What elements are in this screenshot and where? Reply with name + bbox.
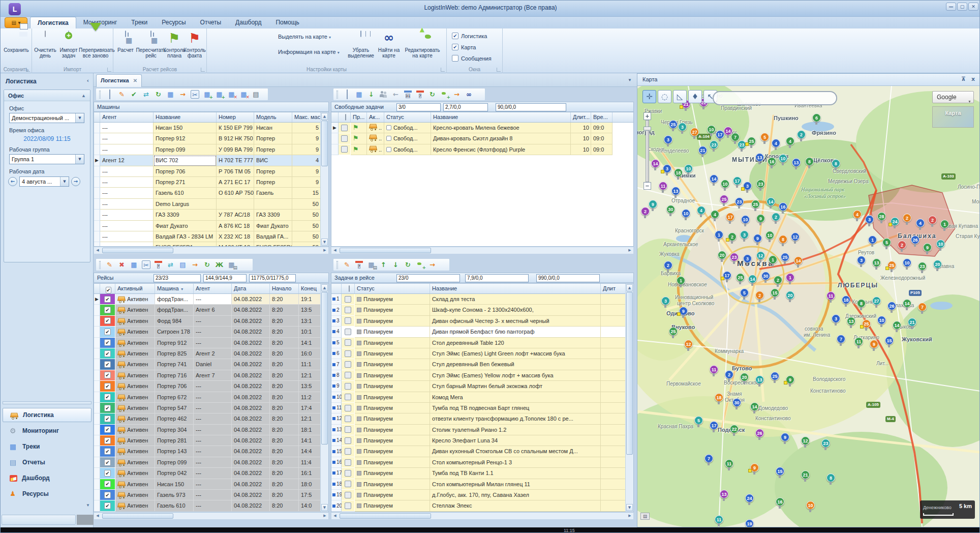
map-marker[interactable]: 18 [674,168,683,177]
sync-icon[interactable]: ⇄ [142,90,150,99]
map-marker[interactable]: 25 [781,253,789,261]
map-zoom-slider[interactable]: + − [644,112,651,194]
map-marker[interactable]: 11 [826,291,835,300]
table-clear-icon[interactable]: ▦✕ [239,90,248,99]
map-marker[interactable]: 13 [792,158,801,167]
map-marker[interactable]: 14 [651,159,660,168]
map-marker[interactable]: 10 [806,501,815,510]
edit-icon[interactable]: ✎ [117,90,126,99]
map-marker[interactable]: 4 [853,210,862,219]
grid-icon[interactable]: ▦ [130,260,138,269]
table-row[interactable]: 10ПланируемКомод Мега [331,392,633,403]
ribbon-tab-дашборд[interactable]: Дашборд [228,17,268,28]
map-marker[interactable]: 10 [721,180,729,188]
map-marker[interactable]: 27 [690,128,699,136]
arrow-left-icon[interactable]: ← [391,90,400,99]
map-marker[interactable]: 4 [786,137,794,145]
ribbon-tab-логистика[interactable]: Логистика [30,17,76,28]
map-marker[interactable]: 10 [877,316,886,324]
map-marker[interactable]: 23 [730,253,739,261]
trips-vscrollbar[interactable]: ▲▼ [320,284,328,512]
arrow-right-icon[interactable]: → [428,260,437,269]
map-marker[interactable]: 18 [715,393,723,402]
magnifier-icon[interactable]: ◌ [658,90,671,103]
close-tab-icon[interactable]: ✕ [133,78,137,83]
table-row[interactable]: ▶⚑ ..Свобод...Кресло-кровать Милена беже… [331,123,633,133]
map-marker[interactable]: 5 [882,238,891,247]
table-row[interactable]: 9ПланируемСтул барный Мартин белый экоко… [331,381,633,392]
trip-tasks-hscrollbar[interactable]: ◀▶ [331,512,634,520]
map-marker[interactable]: 8 [826,473,835,482]
map-marker[interactable]: 14 [710,174,718,183]
map-marker[interactable]: 9 [756,214,765,223]
route-icon[interactable]: ✂ [191,90,199,99]
map-marker[interactable]: 2 [898,241,906,249]
sort-icon[interactable]: ▼ [180,287,184,291]
map-marker[interactable]: 26 [911,235,920,244]
map-marker[interactable]: 30 [761,272,770,280]
map-marker[interactable]: 17 [710,421,718,430]
nav-splitter[interactable] [3,401,91,404]
map-marker[interactable]: 27 [872,297,881,305]
map-marker[interactable]: 25 [720,195,728,203]
map-marker[interactable]: 16 [779,202,787,211]
check-icon[interactable]: ✔ [130,90,138,99]
table-add-icon[interactable]: ▦+ [203,90,211,99]
document-icon[interactable]: ▤ [178,260,187,269]
map-marker[interactable]: 16 [776,497,784,506]
nav-overflow-icon[interactable]: ▼ [86,503,90,508]
place-pin-icon[interactable]: ♦ [688,90,702,103]
table-row[interactable]: ---Портер 706Р 706 ТМ 05Портер9 [94,166,328,177]
map-marker[interactable]: 14 [767,197,775,206]
map-marker[interactable]: 2 [903,214,911,222]
map-marker[interactable]: 3 [740,230,749,239]
table-row[interactable]: 1ПланируемСклад для теста [331,294,633,305]
table-row[interactable]: 18ПланируемСтол компьютерный Милан гляне… [331,479,633,490]
map-marker[interactable]: 21 [908,318,916,327]
map-marker[interactable]: 9 [679,307,688,315]
find-on-map-button[interactable]: ∞ Найти на карте [375,30,403,58]
table-row[interactable]: ✔ АктивенСитроен 178---04.08.20228:2010:… [94,327,328,337]
blank-icon[interactable] [343,90,351,99]
map-marker[interactable]: 14 [724,127,732,135]
table-row[interactable]: ✔ АктивенПортер 462---04.08.20228:2012:1 [94,413,328,424]
map-marker[interactable]: 23 [918,262,927,271]
table-row[interactable]: 3ПланируемДиван офисный Честер 3- х мест… [331,316,633,327]
map-marker[interactable]: 20 [933,260,942,269]
map-marker[interactable]: 25 [751,200,760,209]
map-marker[interactable]: 13 [847,317,855,325]
table-row[interactable]: ---Валдай ГАЗ - 2834 LMХ 232 ХС 18Валдай… [94,231,328,242]
map-marker[interactable]: 9 [923,243,932,252]
map-marker[interactable]: 8 [832,159,840,168]
map-marker[interactable]: 8 [779,235,787,244]
map-marker[interactable]: 24 [891,217,899,226]
dialog-launcher-icon[interactable] [201,68,205,72]
map-marker[interactable]: 20 [740,373,749,381]
table-row[interactable]: ✔ АктивенПортер 716Агент 704.08.20228:20… [94,370,328,381]
zoom-slider-thumb[interactable] [644,127,651,131]
map-marker[interactable]: 11 [854,337,863,346]
map-marker[interactable]: 22 [730,425,739,433]
map-marker[interactable]: 30 [666,205,675,214]
map-marker[interactable]: 9 [750,463,759,472]
recalc-trip-button[interactable]: Пересчитать рейс [136,30,166,58]
workdate-select[interactable]: 4 августа ...▼ [19,176,69,187]
map-marker[interactable]: 1 [715,230,723,239]
bug-icon[interactable]: Ж [215,260,224,269]
map-marker[interactable]: 1 [940,220,949,228]
map-marker[interactable]: 23 [821,439,830,448]
sidebar-item-ресурсы[interactable]: ♟Ресурсы [3,487,91,501]
refresh-icon[interactable]: ↻ [428,90,437,99]
pin-icon[interactable]: ⊼ [961,76,966,83]
table-row[interactable]: ✔ АктивенПортер 042---04.08.20228:2016:1 [94,468,328,479]
map-marker[interactable]: 13 [720,490,728,498]
map-marker[interactable]: 8 [805,157,814,166]
table-row[interactable]: ✔ АктивенГазель 610---04.08.20228:2014:0 [94,500,328,511]
table-row[interactable]: ✔ АктивенПортер 304---04.08.20228:2018:1 [94,425,328,435]
map-layer-select[interactable]: Карта [932,106,974,128]
map-marker[interactable]: 3 [743,182,752,190]
map-marker[interactable]: 10 [936,240,945,248]
table-row[interactable]: ✔ АктивенПортер 912---04.08.20228:2014:1 [94,338,328,348]
map-marker[interactable]: 7 [705,454,713,463]
prev-date-button[interactable]: ← [8,177,17,186]
